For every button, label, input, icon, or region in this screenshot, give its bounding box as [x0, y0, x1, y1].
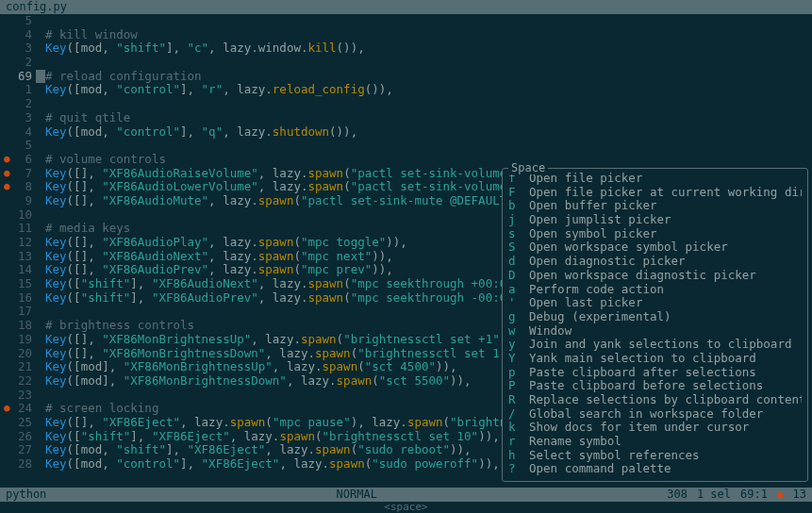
selection-cell — [36, 389, 45, 403]
menu-desc: Paste clipboard after selections — [529, 366, 756, 380]
menu-item[interactable]: ?Open command palette — [508, 462, 802, 476]
menu-desc: Replace selections by clipboard content — [529, 393, 802, 407]
selection-cell — [36, 28, 45, 42]
selection-cell — [36, 236, 45, 250]
menu-desc: Open diagnostic picker — [529, 255, 686, 269]
status-selection: 1 sel — [697, 488, 731, 502]
menu-key: h — [508, 449, 529, 463]
line-number: 5 — [0, 139, 32, 153]
menu-key: r — [508, 435, 529, 449]
menu-item[interactable]: aPerform code action — [508, 283, 802, 297]
line-number: 9 — [0, 194, 32, 208]
line-number: 11 — [0, 222, 32, 236]
menu-item[interactable]: hSelect symbol references — [508, 449, 802, 463]
code-line[interactable] — [45, 139, 812, 153]
selection-cell — [36, 360, 45, 374]
menu-item[interactable]: rRename symbol — [508, 435, 802, 449]
editor-area[interactable]: 5432691234567891011121314151617181920212… — [0, 14, 812, 488]
selection-cell — [36, 180, 45, 194]
code-line[interactable] — [45, 56, 812, 70]
code-line[interactable]: Key([mod, "control"], "q", lazy.shutdown… — [45, 125, 812, 140]
menu-key: ? — [508, 462, 529, 476]
code-line[interactable] — [45, 14, 812, 28]
code-line[interactable]: # volume controls — [45, 153, 812, 167]
selection-cell — [36, 277, 45, 291]
menu-desc: Window — [529, 324, 572, 339]
line-number: 27 — [0, 443, 32, 457]
menu-key: j — [508, 213, 529, 227]
menu-desc: Show docs for item under cursor — [529, 421, 749, 435]
menu-desc: Open last picker — [529, 296, 642, 310]
selection-cell — [36, 222, 45, 236]
menu-key: k — [508, 421, 529, 435]
line-number: 24 — [0, 402, 32, 416]
menu-item[interactable]: PPaste clipboard before selections — [508, 379, 802, 393]
selection-cell — [36, 83, 45, 97]
menu-desc: Open workspace diagnostic picker — [529, 269, 756, 283]
menu-item[interactable]: bOpen buffer picker — [508, 199, 802, 213]
menu-desc: Paste clipboard before selections — [529, 379, 763, 393]
selection-cell — [36, 250, 45, 264]
code-line[interactable]: Key([mod, "control"], "r", lazy.reload_c… — [45, 83, 812, 97]
line-number: 26 — [0, 430, 32, 444]
menu-item[interactable]: wWindow — [508, 324, 802, 339]
menu-item[interactable]: yJoin and yank selections to clipboard — [508, 338, 802, 352]
line-number: 15 — [0, 277, 32, 291]
menu-key: D — [508, 269, 529, 283]
selection-cell — [36, 153, 45, 167]
line-number: 23 — [0, 389, 32, 403]
menu-item[interactable]: pPaste clipboard after selections — [508, 366, 802, 380]
selection-cell — [36, 374, 45, 389]
selection-cell — [36, 347, 45, 361]
code-line[interactable] — [45, 97, 812, 111]
selection-cell — [36, 443, 45, 457]
menu-desc: Rename symbol — [529, 435, 621, 449]
menu-key: R — [508, 393, 529, 407]
menu-item[interactable]: /Global search in workspace folder — [508, 407, 802, 422]
menu-desc: Select symbol references — [529, 449, 700, 463]
menu-key: g — [508, 310, 529, 324]
space-menu-popup[interactable]: Space fOpen file pickerFOpen file picker… — [502, 168, 808, 482]
selection-cell — [36, 56, 45, 70]
line-number: 3 — [0, 41, 32, 56]
selection-bar — [36, 14, 45, 488]
line-number: 3 — [0, 111, 32, 125]
menu-desc: Debug (experimental) — [529, 310, 671, 324]
code-line[interactable]: # quit qtile — [45, 111, 812, 125]
menu-key: s — [508, 227, 529, 241]
line-number: 7 — [0, 167, 32, 181]
code-line[interactable]: # reload configuration — [45, 70, 812, 84]
selection-cell — [36, 402, 45, 416]
line-number: 12 — [0, 236, 32, 250]
code-line[interactable]: Key([mod, "shift"], "c", lazy.window.kil… — [45, 41, 812, 56]
menu-desc: Global search in workspace folder — [529, 407, 763, 422]
menu-item[interactable]: DOpen workspace diagnostic picker — [508, 269, 802, 283]
selection-cell — [36, 70, 45, 84]
menu-item[interactable]: FOpen file picker at current working dir… — [508, 186, 802, 200]
selection-cell — [36, 97, 45, 111]
menu-key: / — [508, 407, 529, 422]
menu-item[interactable]: fOpen file picker — [508, 172, 802, 186]
menu-item[interactable]: RReplace selections by clipboard content — [508, 393, 802, 407]
line-number-gutter: 5432691234567891011121314151617181920212… — [0, 14, 36, 488]
status-diagnostics: 13 — [793, 488, 806, 502]
menu-item[interactable]: kShow docs for item under cursor — [508, 421, 802, 435]
menu-item[interactable]: sOpen symbol picker — [508, 227, 802, 241]
menu-item[interactable]: dOpen diagnostic picker — [508, 255, 802, 269]
menu-item[interactable]: SOpen workspace symbol picker — [508, 240, 802, 255]
menu-item[interactable]: 'Open last picker — [508, 296, 802, 310]
menu-item[interactable]: jOpen jumplist picker — [508, 213, 802, 227]
titlebar: config.py — [0, 0, 812, 14]
status-bar: python NORMAL 308 1 sel 69:1 ● 13 — [0, 488, 812, 502]
menu-desc: Open workspace symbol picker — [529, 240, 728, 255]
selection-cell — [36, 291, 45, 306]
menu-item[interactable]: gDebug (experimental) — [508, 310, 802, 324]
menu-item[interactable]: YYank main selection to clipboard — [508, 352, 802, 366]
line-number: 14 — [0, 263, 32, 277]
selection-cell — [36, 319, 45, 333]
code-line[interactable]: # kill window — [45, 28, 812, 42]
menu-key: d — [508, 255, 529, 269]
selection-cell — [36, 139, 45, 153]
line-number: 25 — [0, 416, 32, 430]
line-number: 10 — [0, 208, 32, 223]
